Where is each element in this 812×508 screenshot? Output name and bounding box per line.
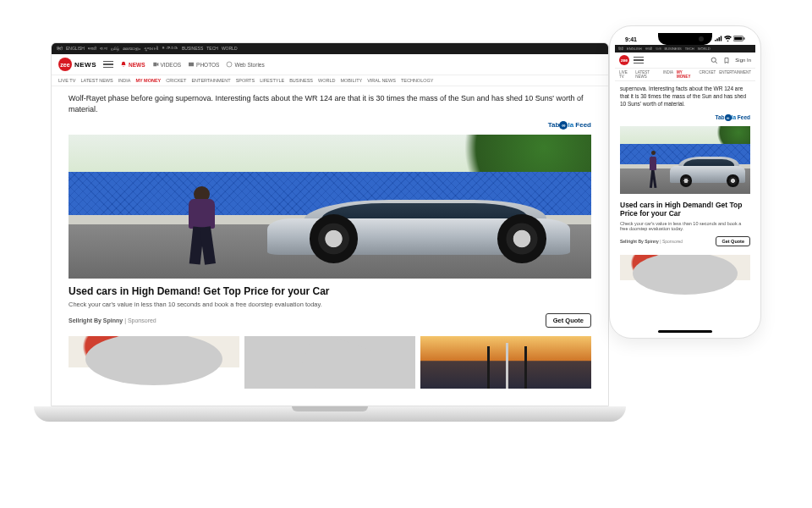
- ad-description: Check your car's value in less than 10 s…: [620, 221, 750, 231]
- nav-videos[interactable]: VIDEOS: [152, 61, 182, 68]
- lang-item[interactable]: TECH: [206, 46, 218, 52]
- stories-icon: [226, 61, 233, 68]
- logo-badge: zee: [58, 58, 72, 71]
- cat-item[interactable]: WORLD: [318, 78, 335, 83]
- cat-item[interactable]: LATEST NEWS: [80, 78, 112, 83]
- ad-title[interactable]: Used cars in High Demand! Get Top Price …: [69, 285, 591, 297]
- phone-device: 9:41 हिंदी ENGLISH मराठी বাংলা BUSINESS …: [609, 25, 761, 339]
- search-icon[interactable]: [710, 57, 718, 64]
- article-text: supernova. Interesting facts about the W…: [620, 85, 750, 108]
- logo-badge: zee: [619, 55, 629, 65]
- lang-item[interactable]: ENGLISH: [627, 47, 642, 51]
- lang-item[interactable]: ગુજરાતી: [144, 46, 158, 52]
- cat-item[interactable]: ENTERTAINMENT: [191, 78, 230, 83]
- language-strip[interactable]: हिंदी ENGLISH मराठी বাংলা தமிழ் മലയാളം ગ…: [52, 43, 608, 54]
- taboola-feed-label: Tab∞la Feed: [69, 121, 591, 130]
- phone-time: 9:41: [625, 36, 637, 42]
- cat-item[interactable]: CRICKET: [166, 78, 186, 83]
- cat-item-active[interactable]: MY MONEY: [677, 70, 695, 79]
- lang-item[interactable]: ಕನ್ನಡ: [162, 46, 178, 52]
- nav-webstories[interactable]: Web Stories: [226, 61, 264, 68]
- cat-item[interactable]: MOBILITY: [341, 78, 363, 83]
- header-row: zee NEWS NEWS VIDEOS PHOTOS Web Stories: [52, 54, 608, 75]
- taboola-feed-label: Tab∞la Feed: [620, 114, 750, 121]
- cat-item[interactable]: LIFESTYLE: [260, 78, 284, 83]
- lang-item[interactable]: বাংলা: [100, 46, 107, 52]
- bell-icon: [120, 61, 127, 68]
- laptop-screen: हिंदी ENGLISH मराठी বাংলা தமிழ் മലയാളം ગ…: [51, 42, 609, 406]
- cat-item[interactable]: LATEST NEWS: [635, 70, 660, 79]
- article-content: Wolf-Rayet phase before going supernova.…: [52, 86, 608, 395]
- svg-rect-3: [743, 37, 744, 39]
- ad-sponsored-label: Sponsored: [128, 318, 156, 323]
- svg-rect-2: [734, 37, 742, 41]
- video-icon: [152, 61, 159, 68]
- lang-item[interactable]: বাংলা: [656, 47, 661, 51]
- ad-description: Check your car's value in less than 10 s…: [69, 301, 591, 308]
- related-thumbnails: [69, 336, 591, 389]
- cat-item[interactable]: BUSINESS: [289, 78, 313, 83]
- get-quote-button[interactable]: Get Quote: [546, 313, 591, 328]
- photo-icon: [188, 61, 195, 68]
- cat-item[interactable]: CRICKET: [699, 70, 716, 79]
- lang-item[interactable]: मराठी: [88, 46, 96, 52]
- lang-item[interactable]: मराठी: [645, 47, 652, 51]
- wifi-icon: [724, 36, 732, 41]
- thumb-1[interactable]: [69, 336, 239, 389]
- logo-text: NEWS: [74, 61, 96, 69]
- thumb-1[interactable]: [620, 255, 750, 297]
- thumb-2[interactable]: [244, 336, 415, 389]
- phone-screen: हिंदी ENGLISH मराठी বাংলা BUSINESS TECH …: [615, 45, 755, 326]
- svg-point-0: [227, 62, 232, 67]
- top-nav: NEWS VIDEOS PHOTOS Web Stories: [120, 61, 265, 68]
- ad-image[interactable]: [69, 135, 591, 279]
- header-row: zee Sign In: [615, 52, 755, 69]
- nav-news[interactable]: NEWS: [120, 61, 145, 68]
- svg-point-4: [711, 58, 716, 62]
- battery-icon: [733, 36, 745, 41]
- cat-item[interactable]: LIVE TV: [58, 78, 75, 83]
- nav-photos[interactable]: PHOTOS: [188, 61, 219, 68]
- lang-item[interactable]: தமிழ்: [111, 46, 119, 52]
- article-content: supernova. Interesting facts about the W…: [615, 81, 755, 301]
- article-text: Wolf-Rayet phase before going supernova.…: [69, 93, 591, 114]
- site-logo[interactable]: zee: [619, 55, 629, 65]
- lang-item[interactable]: BUSINESS: [665, 47, 682, 51]
- lang-item[interactable]: ENGLISH: [66, 46, 85, 52]
- signin-link[interactable]: Sign In: [735, 58, 751, 63]
- site-logo[interactable]: zee NEWS: [58, 58, 96, 71]
- lang-item[interactable]: BUSINESS: [182, 46, 203, 52]
- cat-item[interactable]: TECHNOLOGY: [401, 78, 434, 83]
- lang-item[interactable]: TECH: [685, 47, 694, 51]
- laptop-device: हिंदी ENGLISH मराठी বাংলা தமிழ் മലയാളം ગ…: [34, 42, 626, 422]
- ad-footer: Sellright By Spinny | Sponsored Get Quot…: [620, 236, 750, 246]
- lang-item[interactable]: हिंदी: [57, 46, 63, 52]
- cat-item-active[interactable]: MY MONEY: [135, 78, 161, 83]
- cat-item[interactable]: LIVE TV: [619, 70, 632, 79]
- lang-item[interactable]: മലയാളം: [123, 46, 140, 52]
- phone-home-indicator[interactable]: [658, 330, 712, 333]
- language-strip[interactable]: हिंदी ENGLISH मराठी বাংলা BUSINESS TECH …: [615, 45, 755, 52]
- ad-image[interactable]: [620, 126, 750, 194]
- hamburger-icon[interactable]: [103, 61, 113, 69]
- cat-item[interactable]: SPORTS: [236, 78, 255, 83]
- lang-item[interactable]: WORLD: [698, 47, 710, 51]
- category-nav: LIVE TV LATEST NEWS INDIA MY MONEY CRICK…: [615, 69, 755, 81]
- bookmark-icon[interactable]: [723, 57, 730, 64]
- signal-icon: [715, 36, 722, 41]
- status-icons: [715, 36, 745, 42]
- cat-item[interactable]: VIRAL NEWS: [367, 78, 396, 83]
- get-quote-button[interactable]: Get Quote: [716, 236, 750, 246]
- lang-item[interactable]: हिंदी: [618, 47, 623, 51]
- ad-brand: Sellright By Spinny: [620, 239, 659, 244]
- related-thumbnails: [620, 255, 750, 297]
- phone-notch: [658, 33, 712, 45]
- ad-brand: Sellright By Spinny: [69, 318, 123, 323]
- cat-item[interactable]: ENTERTAINMENT: [719, 70, 751, 79]
- lang-item[interactable]: WORLD: [222, 46, 238, 52]
- hamburger-icon[interactable]: [634, 57, 644, 64]
- ad-title[interactable]: Used cars in High Demand! Get Top Price …: [620, 201, 750, 218]
- cat-item[interactable]: INDIA: [663, 70, 673, 79]
- thumb-3[interactable]: [420, 336, 591, 389]
- cat-item[interactable]: INDIA: [118, 78, 131, 83]
